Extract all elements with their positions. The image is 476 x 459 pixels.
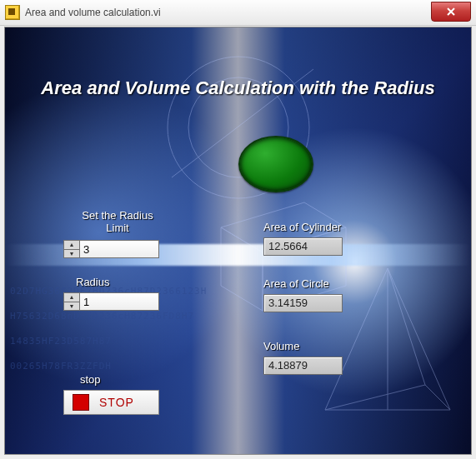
volume-label: Volume (263, 340, 299, 352)
radius-limit-spinner[interactable]: ▲ ▼ (63, 240, 80, 258)
radius-limit-control[interactable]: ▲ ▼ (63, 240, 159, 258)
radius-limit-input[interactable] (80, 240, 159, 258)
stop-button[interactable]: STOP (63, 390, 159, 415)
close-icon (446, 7, 456, 17)
app-window: Area and volume calculation.vi (0, 0, 476, 459)
decor-pyramid (317, 260, 458, 418)
radius-spinner[interactable]: ▲ ▼ (63, 292, 80, 311)
svg-line-6 (425, 385, 450, 410)
volume-indicator: 4.18879 (263, 357, 343, 375)
close-button[interactable] (431, 2, 471, 22)
radius-limit-label: Set the Radius Limit (72, 209, 163, 234)
titlebar: Area and volume calculation.vi (0, 0, 476, 26)
bg-noise: H75632D68nDH7D236cH87236FD8H7 (10, 311, 194, 322)
window-title: Area and volume calculation.vi (25, 7, 161, 18)
page-title: Area and Volume Calculation with the Rad… (5, 77, 471, 99)
svg-line-5 (325, 385, 425, 410)
stop-icon (73, 394, 89, 411)
area-circle-indicator: 3.14159 (263, 294, 343, 312)
bg-noise: 14835HF23D587H87 (10, 336, 112, 347)
svg-marker-9 (221, 227, 263, 311)
radius-input[interactable] (80, 292, 159, 311)
bg-noise: 00265H78FR3ZZFDH (10, 361, 112, 372)
radius-control[interactable]: ▲ ▼ (63, 292, 159, 311)
svg-line-7 (388, 268, 425, 385)
increment-icon[interactable]: ▲ (64, 293, 79, 302)
area-cylinder-label: Area of Cylinder (263, 221, 341, 233)
area-circle-label: Area of Circle (263, 277, 329, 290)
front-panel: 02D7HG3662DF7HD236cH87D2366123H H75632D6… (4, 27, 472, 455)
area-cylinder-indicator: 12.5664 (263, 237, 343, 256)
svg-marker-3 (325, 268, 450, 410)
status-led (238, 136, 313, 192)
labview-icon (5, 5, 20, 20)
stop-label: stop (80, 373, 101, 386)
stop-button-text: STOP (99, 396, 134, 409)
increment-icon[interactable]: ▲ (64, 241, 79, 249)
decrement-icon[interactable]: ▼ (64, 249, 79, 258)
radius-label: Radius (76, 276, 109, 288)
decrement-icon[interactable]: ▼ (64, 302, 79, 311)
